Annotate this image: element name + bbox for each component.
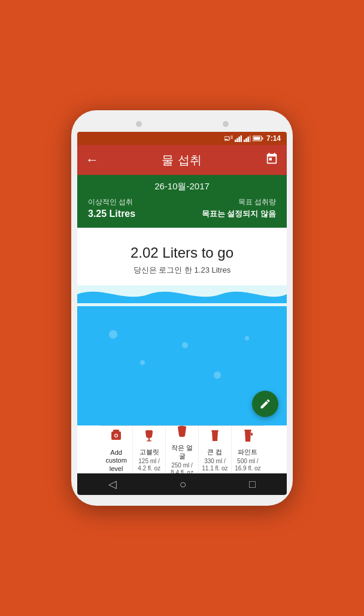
signal1-icon <box>235 135 242 142</box>
right-label: 목표 섭취량 <box>202 197 276 207</box>
back-button[interactable]: ← <box>86 152 99 168</box>
logged-text: 당신은 로그인 한 1.23 Litres <box>134 265 231 276</box>
app-title: 물 섭취 <box>162 152 202 168</box>
svg-rect-20 <box>148 438 150 440</box>
svg-rect-8 <box>244 140 245 142</box>
svg-rect-21 <box>147 440 151 442</box>
svg-rect-24 <box>244 430 251 431</box>
liters-to-go: 2.02 Liters to go <box>131 244 233 261</box>
bottom-item-custom[interactable]: Add customlevel <box>100 426 133 473</box>
pint-sub: 500 ml /16.9 fl. oz <box>235 458 260 472</box>
svg-rect-13 <box>262 138 263 140</box>
calendar-icon <box>265 152 278 165</box>
svg-rect-10 <box>247 137 249 142</box>
svg-rect-11 <box>250 135 251 142</box>
phone-frame: 7:14 ← 물 섭취 26-10월-2017 이상적인 섭취 3.25 Lit… <box>71 110 293 506</box>
pencil-icon <box>259 398 271 410</box>
water-container <box>77 285 287 425</box>
info-card: 26-10월-2017 이상적인 섭취 3.25 Litres 목표 섭취량 목… <box>77 175 287 228</box>
custom-icon-svg <box>108 428 124 443</box>
water-wave-svg <box>77 285 287 303</box>
svg-rect-6 <box>238 137 240 142</box>
svg-rect-25 <box>251 433 253 436</box>
large-cup-icon <box>208 428 222 446</box>
large-cup-svg <box>208 428 222 443</box>
info-card-left: 이상적인 섭취 3.25 Litres <box>88 197 135 219</box>
phone-top-bar <box>77 121 287 132</box>
small-label: 작은 얼굴 <box>168 444 196 460</box>
large-sub: 330 ml /11.1 fl. oz <box>202 458 228 472</box>
svg-rect-4 <box>235 140 236 142</box>
small-cup-icon <box>175 424 189 442</box>
bottom-item-goblet[interactable]: 고블릿 125 ml /4.2 fl. oz <box>133 426 166 473</box>
small-cup-svg <box>175 424 189 439</box>
left-label: 이상적인 섭취 <box>88 197 135 207</box>
goblet-label: 고블릿 <box>139 448 159 456</box>
bottom-item-large[interactable]: 큰 컵 330 ml /11.1 fl. oz <box>199 426 232 473</box>
main-content: 2.02 Liters to go 당신은 로그인 한 1.23 Litres <box>77 228 287 473</box>
signal2-icon <box>244 135 251 142</box>
nav-bar: ◁ ○ □ <box>77 473 287 495</box>
svg-rect-16 <box>113 430 119 431</box>
app-bar: ← 물 섭취 <box>77 145 287 175</box>
svg-rect-14 <box>253 137 260 140</box>
left-value: 3.25 Litres <box>88 209 135 219</box>
right-value: 목표는 설정되지 않음 <box>202 209 276 219</box>
custom-cup-icon <box>108 428 124 447</box>
bubble-3 <box>182 342 188 348</box>
battery-icon <box>253 135 263 141</box>
goblet-icon <box>142 428 156 446</box>
info-card-right: 목표 섭취량 목표는 설정되지 않음 <box>202 197 276 219</box>
status-bar: 7:14 <box>77 132 287 145</box>
svg-rect-5 <box>236 138 238 142</box>
pint-svg <box>241 428 255 443</box>
info-card-date: 26-10월-2017 <box>88 181 276 192</box>
pint-label: 파인트 <box>238 448 257 456</box>
status-icons: 7:14 <box>225 134 281 143</box>
bottom-bar: Add customlevel 고블릿 125 ml /4.2 fl. oz <box>100 425 264 473</box>
calendar-button[interactable] <box>265 152 278 168</box>
bottom-item-small[interactable]: 작은 얼굴 250 ml /8.4 fl. oz <box>166 426 199 473</box>
bubble-5 <box>245 336 249 340</box>
recents-nav-button[interactable]: □ <box>249 478 256 491</box>
cast-icon <box>225 135 233 142</box>
svg-rect-23 <box>211 430 219 431</box>
info-card-row: 이상적인 섭취 3.25 Litres 목표 섭취량 목표는 설정되지 않음 <box>88 197 276 219</box>
phone-dot-right <box>223 121 229 127</box>
svg-rect-7 <box>241 135 242 142</box>
bottom-item-pint[interactable]: 파인트 500 ml /16.9 fl. oz <box>232 426 264 473</box>
bubble-1 <box>109 330 117 339</box>
pint-icon <box>241 428 255 446</box>
phone-dot-left <box>136 121 142 127</box>
svg-rect-9 <box>245 138 247 142</box>
large-label: 큰 컵 <box>207 448 222 456</box>
small-sub: 250 ml /8.4 fl. oz <box>171 462 193 473</box>
home-nav-button[interactable]: ○ <box>180 478 187 491</box>
phone-screen: 7:14 ← 물 섭취 26-10월-2017 이상적인 섭취 3.25 Lit… <box>77 132 287 495</box>
custom-label: Add customlevel <box>102 449 130 473</box>
bubble-2 <box>140 360 145 365</box>
goblet-svg <box>142 428 156 443</box>
time-display: 7:14 <box>266 134 281 143</box>
back-nav-button[interactable]: ◁ <box>108 478 117 491</box>
goblet-sub: 125 ml /4.2 fl. oz <box>138 458 160 472</box>
edit-fab[interactable] <box>252 391 278 417</box>
bubble-4 <box>214 372 221 379</box>
